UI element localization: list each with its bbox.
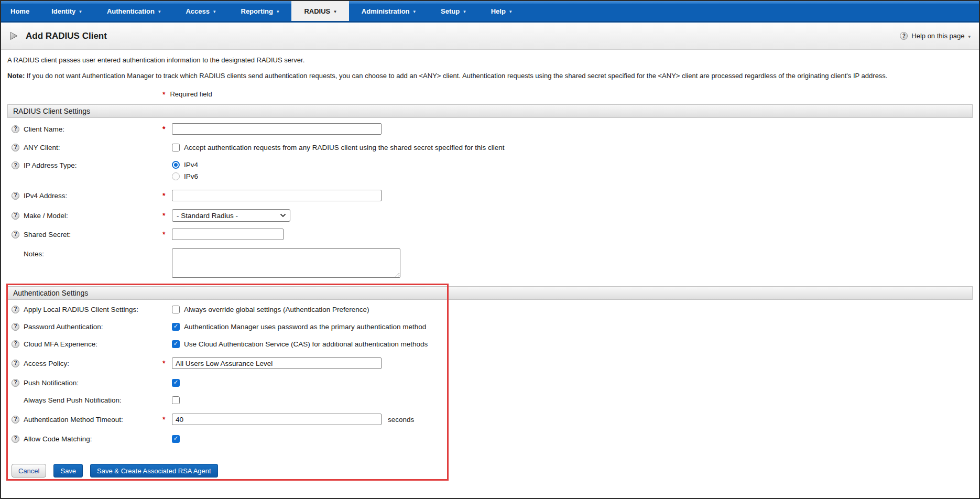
access-policy-input[interactable] <box>172 357 382 369</box>
help-icon[interactable]: ? <box>12 306 19 313</box>
nav-item-identity[interactable]: Identity ▾ <box>39 1 94 21</box>
form-row-any-client: ? ANY Client: ✓ Accept authentication re… <box>7 142 973 153</box>
nav-item-setup[interactable]: Setup ▾ <box>428 1 478 21</box>
field-label-group: ? Access Policy: <box>12 360 162 367</box>
nav-item-reporting[interactable]: Reporting ▾ <box>228 1 292 21</box>
check-icon: ✓ <box>173 341 179 347</box>
ipv6-radio-option[interactable]: IPv6 <box>172 171 973 181</box>
form-row-ip-address-type: ? IP Address Type: IPv4 <box>7 160 973 181</box>
allow-code-matching-checkbox[interactable]: ✓ <box>172 435 180 443</box>
nav-item-label: Reporting <box>241 7 273 15</box>
check-icon: ✓ <box>173 379 179 386</box>
nav-item-label: Authentication <box>107 7 155 15</box>
note-text: If you do not want Authentication Manage… <box>25 72 887 80</box>
field-label: Access Policy: <box>24 360 69 367</box>
field-label-group: ? Apply Local RADIUS Client Settings: <box>12 306 162 313</box>
help-icon[interactable]: ? <box>12 144 19 151</box>
field-label: Password Authentication: <box>24 323 103 331</box>
field-label-group: ? ANY Client: <box>12 144 162 151</box>
required-marker: * <box>162 125 172 133</box>
field-control <box>172 229 973 240</box>
authentication-settings-header: Authentication Settings <box>7 286 973 300</box>
help-icon[interactable]: ? <box>12 360 19 367</box>
chevron-down-icon: ▾ <box>413 8 416 14</box>
chevron-down-icon: ▾ <box>968 33 971 39</box>
nav-item-access[interactable]: Access ▾ <box>173 1 228 21</box>
page-title-bar: Add RADIUS Client ? Help on this page ▾ <box>1 23 979 50</box>
nav-item-administration[interactable]: Administration ▾ <box>349 1 428 21</box>
field-label: Cloud MFA Experience: <box>24 340 97 348</box>
field-control: - Standard Radius - <box>172 209 973 222</box>
nav-item-label: Identity <box>51 7 75 15</box>
field-control: ✓ Always override global settings (Authe… <box>172 306 973 313</box>
apply-local-settings-checkbox[interactable]: ✓ <box>172 306 180 313</box>
help-icon[interactable]: ? <box>12 231 19 238</box>
authentication-settings-rows: ? Apply Local RADIUS Client Settings: ✓ … <box>7 304 973 444</box>
shared-secret-input[interactable] <box>172 229 284 240</box>
help-icon[interactable]: ? <box>12 416 19 424</box>
radio-button[interactable] <box>172 172 180 180</box>
help-icon[interactable]: ? <box>12 379 19 387</box>
nav-item-label: Administration <box>362 7 410 15</box>
radio-dot <box>174 175 178 178</box>
help-icon[interactable]: ? <box>12 323 19 331</box>
checkbox-label: Always override global settings (Authent… <box>184 306 369 313</box>
notes-textarea[interactable] <box>172 248 400 278</box>
password-authentication-checkbox[interactable]: ✓ <box>172 323 180 331</box>
timeout-unit-label: seconds <box>388 416 414 424</box>
ipv4-address-input[interactable] <box>172 190 382 201</box>
field-control: ✓ <box>172 435 973 443</box>
page-content: A RADIUS client passes user entered auth… <box>1 56 979 481</box>
field-label-group: ? Make / Model: <box>12 212 162 220</box>
form-row-make-model: ? Make / Model: * - Standard Radius - <box>7 209 973 222</box>
client-name-input[interactable] <box>172 123 382 135</box>
field-control <box>172 123 973 135</box>
always-send-push-checkbox[interactable]: ✓ <box>172 396 180 404</box>
field-control: ✓ Accept authentication requests from an… <box>172 144 973 151</box>
ipv4-radio-option[interactable]: IPv4 <box>172 160 973 170</box>
chevron-down-icon: ▾ <box>213 8 216 14</box>
field-control <box>172 190 973 201</box>
page-note: Note: If you do not want Authentication … <box>7 71 945 81</box>
chevron-down-icon: ▾ <box>158 8 161 14</box>
radio-button[interactable] <box>172 161 180 169</box>
make-model-select[interactable]: - Standard Radius - <box>172 209 290 222</box>
field-label-group: ? IPv4 Address: <box>12 192 162 200</box>
help-icon[interactable]: ? <box>12 192 19 200</box>
save-button[interactable]: Save <box>53 464 83 478</box>
nav-item-label: Home <box>10 7 29 15</box>
help-icon[interactable]: ? <box>12 435 19 443</box>
form-row-ipv4-address: ? IPv4 Address: * <box>7 189 973 202</box>
push-notification-checkbox[interactable]: ✓ <box>172 379 180 387</box>
help-icon[interactable]: ? <box>12 212 19 220</box>
nav-item-help[interactable]: Help ▾ <box>478 1 525 21</box>
save-create-agent-button[interactable]: Save & Create Associated RSA Agent <box>90 464 218 478</box>
cancel-button[interactable]: Cancel <box>12 464 46 478</box>
required-marker: * <box>162 91 165 98</box>
form-row-always-send-push: Always Send Push Notification: ✓ <box>7 395 973 405</box>
nav-item-home[interactable]: Home <box>1 1 39 21</box>
auth-method-timeout-input[interactable] <box>172 414 382 425</box>
field-label: Notes: <box>12 250 44 258</box>
form-row-notes: Notes: <box>7 248 973 278</box>
nav-item-authentication[interactable]: Authentication ▾ <box>94 1 173 21</box>
nav-item-radius[interactable]: RADIUS ▾ <box>291 1 349 21</box>
field-label-group: Notes: <box>12 248 162 258</box>
page-description: A RADIUS client passes user entered auth… <box>7 56 973 64</box>
help-icon[interactable]: ? <box>12 161 19 169</box>
field-control: ✓ Authentication Manager uses password a… <box>172 323 973 331</box>
field-label-group: Always Send Push Notification: <box>12 396 162 404</box>
check-icon: ✓ <box>173 436 179 442</box>
select-value: - Standard Radius - <box>177 212 238 220</box>
nav-item-label: Help <box>491 7 506 15</box>
nav-item-label: RADIUS <box>304 7 330 15</box>
form-row-allow-code-matching: ? Allow Code Matching: ✓ <box>7 433 973 444</box>
cloud-mfa-checkbox[interactable]: ✓ <box>172 340 180 348</box>
help-on-page-link[interactable]: ? Help on this page ▾ <box>900 32 971 40</box>
field-label: IP Address Type: <box>24 161 77 169</box>
nav-item-label: Setup <box>441 7 460 15</box>
chevron-down-icon <box>280 213 286 218</box>
help-icon[interactable]: ? <box>12 340 19 348</box>
help-icon[interactable]: ? <box>12 125 19 133</box>
any-client-checkbox[interactable]: ✓ <box>172 144 180 151</box>
